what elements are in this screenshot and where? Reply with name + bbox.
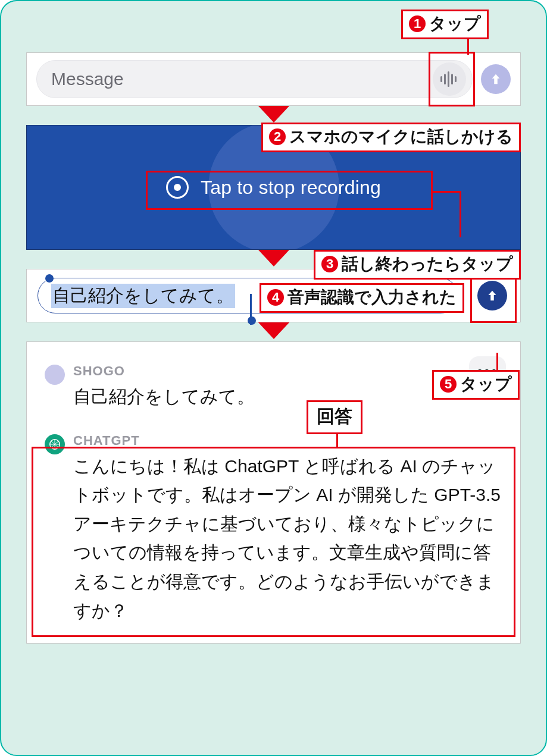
page: 1 タップ Message 2: [0, 0, 547, 756]
selection-caret: [250, 294, 252, 325]
callout-5-text: タップ: [460, 373, 512, 396]
callout-4-number: 4: [267, 289, 284, 306]
audio-waveform-icon: [440, 70, 458, 88]
svg-rect-3: [451, 74, 453, 84]
callout-4: 4 音声認識で入力された: [260, 283, 464, 313]
callout-2: 2 スマホのマイクに話しかける: [261, 123, 521, 152]
stop-recording-label[interactable]: Tap to stop recording: [201, 177, 381, 199]
bot-message-text: こんにちは！私は ChatGPT と呼ばれる AI のチャットボットです。私はオ…: [73, 452, 502, 626]
user-avatar: [45, 365, 65, 385]
callout-4-text: 音声認識で入力された: [287, 286, 457, 309]
down-arrow-icon: [257, 321, 290, 339]
callout-1: 1 タップ: [401, 10, 489, 39]
selection-handle-end[interactable]: [248, 316, 256, 325]
recognized-input[interactable]: 自己紹介をしてみて。 4 音声認識で入力された: [37, 278, 458, 313]
recognized-text: 自己紹介をしてみて。: [51, 284, 235, 308]
voice-input-button[interactable]: [433, 62, 466, 96]
callout-3-number: 3: [321, 256, 338, 272]
answer-callout: 回答: [307, 400, 362, 434]
arrow-up-icon: [489, 73, 502, 86]
bot-avatar: [45, 434, 65, 454]
svg-rect-0: [440, 76, 442, 82]
arrow-up-icon: [486, 289, 499, 302]
svg-rect-1: [444, 74, 446, 84]
openai-logo-icon: [48, 438, 61, 451]
down-arrow-icon: [257, 105, 290, 123]
callout-3-text: 話し終わったらタップ: [342, 253, 513, 275]
callout-1-text: タップ: [429, 12, 481, 35]
callout-2-text: スマホのマイクに話しかける: [289, 126, 513, 148]
svg-rect-4: [455, 76, 457, 82]
selection-handle-start[interactable]: [45, 274, 54, 283]
down-arrow-icon: [257, 249, 290, 266]
answer-callout-text: 回答: [317, 404, 352, 429]
bot-message-row: CHATGPT こんにちは！私は ChatGPT と呼ばれる AI のチャットボ…: [45, 433, 502, 626]
send-button-active[interactable]: [477, 281, 507, 310]
svg-rect-2: [448, 71, 449, 87]
send-button[interactable]: [481, 64, 511, 94]
callout-5: 5 タップ: [432, 370, 520, 400]
callout-1-number: 1: [409, 15, 426, 32]
message-input-bar: Message: [26, 52, 521, 106]
stop-recording-icon[interactable]: [166, 176, 189, 199]
callout-5-number: 5: [440, 376, 457, 393]
bot-name: CHATGPT: [73, 433, 502, 448]
callout-2-number: 2: [269, 128, 286, 145]
callout-3: 3 話し終わったらタップ: [314, 250, 521, 280]
message-placeholder: Message: [51, 69, 433, 89]
message-input[interactable]: Message: [36, 60, 473, 98]
